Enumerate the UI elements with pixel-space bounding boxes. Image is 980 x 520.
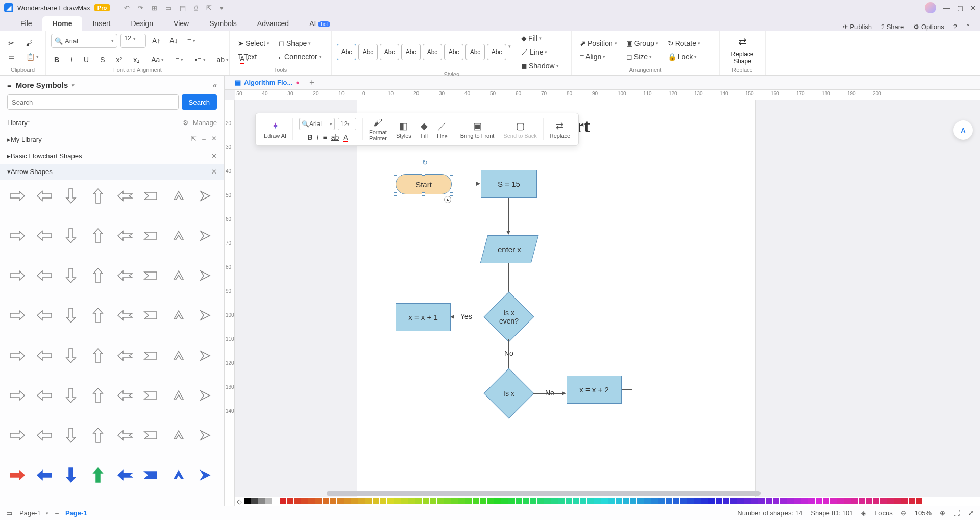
arrow-shape-item[interactable] [5, 383, 30, 408]
align-button[interactable]: ≡ Align▾ [577, 51, 620, 62]
color-swatch[interactable] [294, 498, 301, 504]
selection-handle[interactable] [422, 172, 425, 176]
float-size-select[interactable]: 12▾ [338, 118, 356, 130]
color-swatch[interactable] [866, 498, 872, 504]
shadow-button[interactable]: ◼ Shadow▾ [518, 60, 562, 71]
style-preset[interactable]: Abc [465, 44, 485, 60]
arrow-shape-item[interactable] [193, 303, 217, 328]
arrow-shape-item[interactable] [113, 463, 137, 487]
arrow-shape-item[interactable] [139, 383, 164, 408]
open-icon[interactable]: ▭ [165, 4, 172, 12]
cut-icon[interactable]: ✂ [5, 38, 17, 49]
bullets-icon[interactable]: •≡▾ [191, 53, 208, 66]
color-swatch[interactable] [523, 498, 529, 504]
arrow-shape-item[interactable] [59, 463, 83, 487]
color-swatch[interactable] [387, 498, 394, 504]
style-preset[interactable]: Abc [337, 44, 356, 60]
color-swatch[interactable] [301, 498, 308, 504]
no-fill-icon[interactable]: ◇ [237, 498, 242, 505]
arrow-shape-item[interactable] [139, 184, 164, 208]
zoom-out-icon[interactable]: ⊖ [901, 509, 906, 517]
help-icon[interactable]: ? [953, 23, 957, 31]
close-section-icon[interactable]: ✕ [211, 168, 217, 176]
color-swatch[interactable] [380, 498, 386, 504]
select-tool[interactable]: ➤ Select▾ [235, 38, 273, 49]
more-symbols-label[interactable]: More Symbols [16, 81, 68, 89]
color-swatch[interactable] [516, 498, 522, 504]
import-icon[interactable]: ⇱ [191, 135, 197, 144]
color-swatch[interactable] [551, 498, 558, 504]
shape-tool[interactable]: ◻ Shape▾ [276, 38, 325, 49]
color-swatch[interactable] [280, 498, 286, 504]
color-swatch[interactable] [894, 498, 901, 504]
color-swatch[interactable] [887, 498, 894, 504]
arrow-shape-item[interactable] [32, 423, 57, 448]
share-button[interactable]: ⤴ Share [881, 23, 904, 31]
strike-icon[interactable]: S [97, 53, 108, 66]
arrow-shape-item[interactable] [193, 343, 217, 368]
arrow-shape-item[interactable] [5, 303, 30, 328]
color-swatch[interactable] [658, 498, 665, 504]
group-button[interactable]: ▣ Group▾ [623, 38, 662, 49]
color-swatch[interactable] [351, 498, 358, 504]
color-swatch[interactable] [851, 498, 858, 504]
color-swatch[interactable] [244, 498, 251, 504]
close-section-icon[interactable]: ✕ [211, 152, 217, 160]
color-swatch[interactable] [787, 498, 794, 504]
my-library-label[interactable]: My Library [11, 136, 42, 143]
color-swatch[interactable] [637, 498, 644, 504]
page-tab[interactable]: Page-1 [19, 509, 41, 517]
manage-icon[interactable]: ⚙ [183, 119, 189, 127]
float-bold-icon[interactable]: B [307, 133, 312, 141]
arrow-shape-item[interactable] [193, 263, 217, 288]
arrow-shape-item[interactable] [5, 343, 30, 368]
line-spacing-icon[interactable]: ≡▾ [172, 53, 186, 66]
color-swatch[interactable] [566, 498, 572, 504]
color-swatch[interactable] [794, 498, 801, 504]
color-swatch[interactable] [394, 498, 401, 504]
color-swatch[interactable] [744, 498, 751, 504]
selection-handle[interactable] [394, 172, 397, 176]
collapse-panel-icon[interactable]: « [213, 81, 217, 89]
float-format-painter[interactable]: 🖌Format Painter [365, 116, 391, 142]
float-replace[interactable]: ⇄Replace [546, 116, 574, 142]
arrow-shape-item[interactable] [59, 303, 83, 328]
color-swatch[interactable] [258, 498, 265, 504]
color-swatch[interactable] [701, 498, 708, 504]
arrow-shape-item[interactable] [86, 263, 110, 288]
arrow-shape-item[interactable] [59, 383, 83, 408]
float-line[interactable]: ／Line [433, 116, 452, 142]
color-swatch[interactable] [315, 498, 322, 504]
arrow-shape-item[interactable] [5, 463, 30, 487]
horizontal-scrollbar[interactable] [327, 491, 929, 497]
arrow-shape-item[interactable] [193, 224, 217, 248]
menu-ai[interactable]: AIhot [299, 16, 340, 31]
color-swatch[interactable] [737, 498, 744, 504]
add-page-icon[interactable]: ＋ [54, 509, 60, 518]
color-swatch[interactable] [730, 498, 737, 504]
close-icon[interactable]: ✕ [970, 4, 976, 12]
color-swatch[interactable] [580, 498, 586, 504]
color-swatch[interactable] [666, 498, 672, 504]
shape-start[interactable]: Start [396, 174, 452, 194]
line-button[interactable]: ／ Line▾ [518, 46, 562, 58]
color-swatch[interactable] [308, 498, 315, 504]
menu-file[interactable]: File [10, 16, 42, 31]
save-icon[interactable]: ▤ [180, 4, 186, 12]
selection-handle[interactable] [450, 172, 453, 176]
color-swatch[interactable] [473, 498, 479, 504]
color-swatch[interactable] [844, 498, 851, 504]
shape-io-enterx[interactable]: enter x [480, 235, 539, 263]
style-preset[interactable]: Abc [444, 44, 463, 60]
arrow-shape-item[interactable] [166, 383, 191, 408]
arrow-shape-item[interactable] [32, 383, 57, 408]
print-icon[interactable]: ⎙ [194, 4, 198, 12]
shape-process-xplus2[interactable]: x = x + 2 [567, 376, 622, 404]
menu-home[interactable]: Home [42, 16, 83, 31]
color-swatch[interactable] [708, 498, 715, 504]
float-font-select[interactable]: 🔍Arial▾ [299, 118, 335, 130]
replace-shape-icon[interactable]: ⇄ [738, 35, 747, 47]
collapse-ribbon-icon[interactable]: ˄ [966, 23, 970, 31]
color-swatch[interactable] [451, 498, 458, 504]
style-preset[interactable]: Abc [358, 44, 378, 60]
